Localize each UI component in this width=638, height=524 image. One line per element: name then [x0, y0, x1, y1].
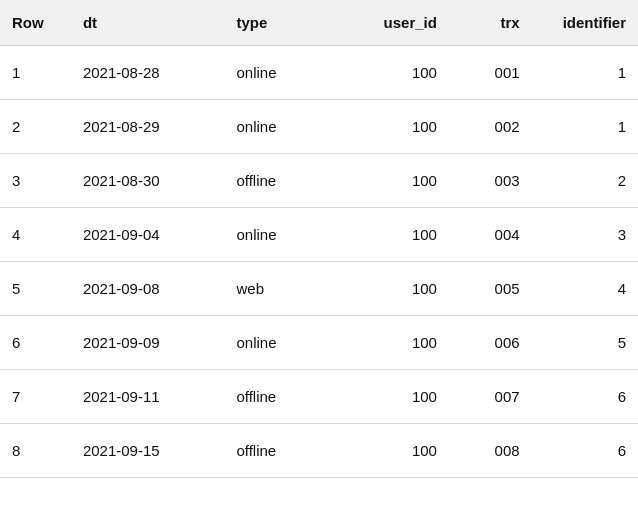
cell-type: online: [224, 316, 342, 370]
cell-row-num: 2: [0, 100, 71, 154]
cell-identifier: 5: [532, 316, 638, 370]
table-row: 22021-08-29online1000021: [0, 100, 638, 154]
cell-identifier: 4: [532, 262, 638, 316]
cell-dt: 2021-09-15: [71, 424, 225, 478]
header-identifier: identifier: [532, 0, 638, 46]
cell-dt: 2021-09-04: [71, 208, 225, 262]
cell-row-num: 8: [0, 424, 71, 478]
cell-trx: 002: [449, 100, 532, 154]
cell-trx: 004: [449, 208, 532, 262]
cell-type: web: [224, 262, 342, 316]
cell-dt: 2021-08-28: [71, 46, 225, 100]
table-row: 12021-08-28online1000011: [0, 46, 638, 100]
cell-row-num: 4: [0, 208, 71, 262]
table-row: 72021-09-11offline1000076: [0, 370, 638, 424]
cell-user-id: 100: [343, 46, 449, 100]
cell-type: offline: [224, 154, 342, 208]
cell-identifier: 3: [532, 208, 638, 262]
cell-identifier: 2: [532, 154, 638, 208]
cell-type: online: [224, 46, 342, 100]
data-table: Row dt type user_id trx identifier 12021…: [0, 0, 638, 478]
header-user-id: user_id: [343, 0, 449, 46]
table-row: 62021-09-09online1000065: [0, 316, 638, 370]
header-type: type: [224, 0, 342, 46]
cell-user-id: 100: [343, 262, 449, 316]
table-row: 32021-08-30offline1000032: [0, 154, 638, 208]
cell-trx: 006: [449, 316, 532, 370]
cell-identifier: 6: [532, 370, 638, 424]
cell-dt: 2021-09-08: [71, 262, 225, 316]
cell-type: online: [224, 100, 342, 154]
cell-dt: 2021-09-09: [71, 316, 225, 370]
cell-trx: 003: [449, 154, 532, 208]
cell-dt: 2021-09-11: [71, 370, 225, 424]
cell-user-id: 100: [343, 100, 449, 154]
table-row: 82021-09-15offline1000086: [0, 424, 638, 478]
table-row: 42021-09-04online1000043: [0, 208, 638, 262]
table-row: 52021-09-08web1000054: [0, 262, 638, 316]
cell-identifier: 1: [532, 46, 638, 100]
cell-type: offline: [224, 424, 342, 478]
cell-trx: 007: [449, 370, 532, 424]
cell-type: offline: [224, 370, 342, 424]
cell-user-id: 100: [343, 316, 449, 370]
cell-row-num: 5: [0, 262, 71, 316]
cell-user-id: 100: [343, 370, 449, 424]
cell-identifier: 1: [532, 100, 638, 154]
cell-user-id: 100: [343, 154, 449, 208]
cell-dt: 2021-08-30: [71, 154, 225, 208]
header-trx: trx: [449, 0, 532, 46]
cell-user-id: 100: [343, 424, 449, 478]
cell-trx: 008: [449, 424, 532, 478]
cell-row-num: 7: [0, 370, 71, 424]
header-dt: dt: [71, 0, 225, 46]
cell-user-id: 100: [343, 208, 449, 262]
cell-type: online: [224, 208, 342, 262]
cell-trx: 005: [449, 262, 532, 316]
header-row: Row dt type user_id trx identifier: [0, 0, 638, 46]
header-row-num: Row: [0, 0, 71, 46]
cell-row-num: 3: [0, 154, 71, 208]
cell-row-num: 1: [0, 46, 71, 100]
cell-trx: 001: [449, 46, 532, 100]
cell-identifier: 6: [532, 424, 638, 478]
cell-dt: 2021-08-29: [71, 100, 225, 154]
cell-row-num: 6: [0, 316, 71, 370]
